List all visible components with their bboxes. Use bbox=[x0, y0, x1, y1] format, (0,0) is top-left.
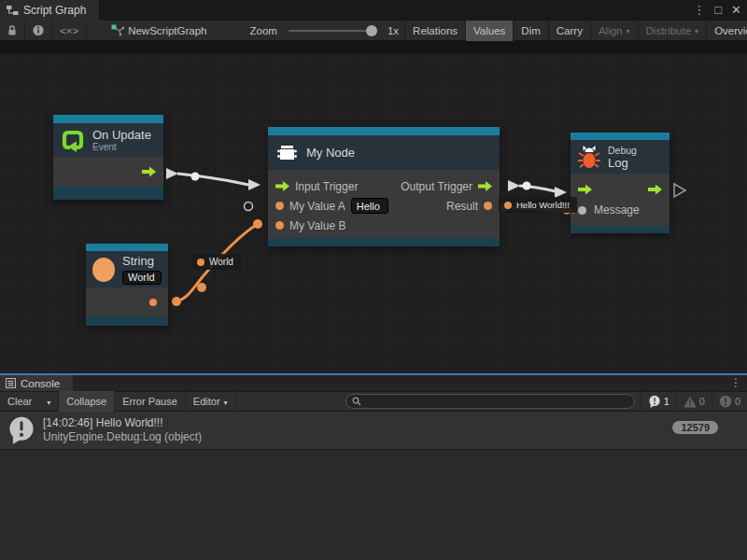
chevron-down-icon: ▾ bbox=[695, 27, 698, 35]
log-count-toggle[interactable]: 1 bbox=[641, 391, 676, 412]
value-a-input[interactable] bbox=[351, 198, 388, 214]
error-pause-button[interactable]: Error Pause bbox=[115, 391, 186, 412]
node-body bbox=[86, 287, 168, 316]
message-port[interactable] bbox=[578, 206, 586, 215]
log-entry-row[interactable]: [14:02:46] Hello World!!! UnityEngine.De… bbox=[0, 412, 747, 450]
maximize-icon[interactable]: □ bbox=[714, 2, 722, 19]
flow-input-port[interactable] bbox=[578, 185, 592, 195]
node-footer bbox=[53, 187, 163, 200]
console-tabbar: Console ⋮ bbox=[0, 375, 747, 391]
node-header: On Update Event bbox=[53, 123, 163, 157]
tab-console[interactable]: Console bbox=[0, 375, 73, 391]
empty-socket-circle[interactable] bbox=[245, 203, 253, 211]
node-body bbox=[53, 157, 163, 187]
console-search-input[interactable] bbox=[365, 395, 628, 408]
node-title-bar bbox=[268, 127, 500, 135]
lock-button[interactable] bbox=[0, 21, 24, 41]
wire-midpoint-dot[interactable] bbox=[191, 173, 200, 181]
window-menu-icon[interactable]: ⋮ bbox=[693, 2, 705, 19]
flow-output-port[interactable] bbox=[142, 167, 156, 177]
string-output-port[interactable] bbox=[149, 299, 157, 306]
value-b-port[interactable] bbox=[275, 221, 284, 230]
editor-dropdown-button[interactable]: Editor ▾ bbox=[186, 391, 236, 412]
node-on-update[interactable]: On Update Event bbox=[53, 115, 163, 200]
output-trigger-port[interactable] bbox=[478, 181, 492, 191]
zoom-control: Zoom 1x bbox=[243, 21, 400, 41]
align-button[interactable]: Align ▾ bbox=[591, 21, 638, 41]
carry-button[interactable]: Carry bbox=[549, 21, 590, 41]
collapse-button[interactable]: Collapse bbox=[59, 391, 115, 412]
wire-value-text: World bbox=[209, 257, 233, 267]
node-footer bbox=[571, 226, 669, 233]
values-button[interactable]: Values bbox=[466, 21, 513, 41]
relations-button[interactable]: Relations bbox=[405, 21, 465, 41]
wire-value-label-helloworld: Hello World!!! bbox=[499, 197, 577, 213]
value-dot-icon bbox=[197, 259, 204, 266]
chevron-down-icon: ▾ bbox=[627, 27, 630, 35]
log-entry-text: [14:02:46] Hello World!!! UnityEngine.De… bbox=[43, 416, 202, 444]
debug-bug-icon bbox=[578, 145, 600, 169]
node-my-node[interactable]: My Node Input Trigger Output Trigger bbox=[268, 127, 500, 246]
node-footer bbox=[86, 316, 168, 326]
wire-midpoint-dot[interactable] bbox=[197, 283, 206, 292]
code-view-button[interactable]: <×> bbox=[52, 21, 86, 41]
distribute-button[interactable]: Distribute ▾ bbox=[639, 21, 707, 41]
tab-script-graph[interactable]: Script Graph bbox=[0, 0, 99, 21]
empty-flow-triangle[interactable] bbox=[674, 184, 685, 197]
unit-box-icon bbox=[277, 144, 297, 162]
zoom-label: Zoom bbox=[250, 25, 277, 36]
clear-label: Clear bbox=[7, 396, 32, 407]
zoom-slider[interactable] bbox=[289, 30, 374, 32]
collapse-count-badge: 12579 bbox=[672, 421, 718, 434]
clear-dropdown-button[interactable]: ▾ bbox=[39, 391, 59, 412]
node-category: Debug bbox=[608, 145, 637, 156]
close-icon[interactable]: ✕ bbox=[731, 2, 741, 19]
console-log-list: [14:02:46] Hello World!!! UnityEngine.De… bbox=[0, 412, 747, 450]
error-circle-icon bbox=[719, 395, 732, 408]
carry-label: Carry bbox=[557, 25, 583, 36]
window-controls: ⋮ □ ✕ bbox=[693, 2, 741, 19]
wire-arrowhead bbox=[508, 180, 520, 191]
log-bubble-icon bbox=[7, 415, 35, 445]
error-pause-label: Error Pause bbox=[122, 396, 177, 407]
warning-triangle-icon bbox=[684, 396, 697, 408]
graph-asset-icon bbox=[111, 24, 124, 36]
align-label: Align bbox=[599, 25, 623, 36]
toolbar-divider bbox=[86, 21, 87, 41]
wire-flow-onupdate-mynode[interactable] bbox=[177, 174, 248, 185]
graph-name-label: NewScriptGraph bbox=[128, 25, 206, 36]
value-a-port[interactable] bbox=[275, 202, 284, 210]
node-string[interactable]: String bbox=[86, 244, 168, 326]
value-a-label: My Value A bbox=[289, 200, 345, 213]
input-trigger-port[interactable] bbox=[275, 181, 289, 191]
node-debug-log[interactable]: Debug Log Message bbox=[571, 133, 669, 233]
string-literal-icon bbox=[92, 258, 115, 282]
result-port[interactable] bbox=[484, 202, 492, 210]
string-value-input[interactable] bbox=[122, 271, 162, 285]
graph-name-button[interactable]: NewScriptGraph bbox=[104, 21, 214, 41]
tab-console-label: Console bbox=[21, 378, 60, 389]
overview-button[interactable]: Overview bbox=[707, 21, 747, 41]
unity-window: Script Graph ⋮ □ ✕ <×> bbox=[0, 0, 747, 560]
error-count-toggle[interactable]: 0 bbox=[712, 391, 747, 412]
node-header: Debug Log bbox=[571, 140, 669, 174]
console-search[interactable] bbox=[345, 394, 635, 409]
warning-count-toggle[interactable]: 0 bbox=[676, 391, 712, 412]
info-button[interactable] bbox=[25, 21, 51, 41]
editor-label: Editor bbox=[193, 396, 220, 407]
clear-button[interactable]: Clear bbox=[0, 391, 39, 412]
wire-flow-mynode-debuglog[interactable] bbox=[519, 186, 556, 191]
input-trigger-label: Input Trigger bbox=[295, 180, 358, 193]
flow-output-port[interactable] bbox=[648, 185, 662, 195]
dim-button[interactable]: Dim bbox=[514, 21, 547, 41]
zoom-slider-handle[interactable] bbox=[366, 25, 377, 36]
tab-script-graph-label: Script Graph bbox=[23, 4, 86, 17]
graph-canvas[interactable]: On Update Event My Node bbox=[0, 41, 747, 373]
overview-label: Overview bbox=[714, 25, 747, 36]
script-graph-icon bbox=[6, 4, 19, 17]
console-menu-icon[interactable]: ⋮ bbox=[730, 376, 741, 389]
wire-midpoint-dot[interactable] bbox=[523, 182, 531, 190]
code-icon: <×> bbox=[60, 25, 78, 36]
wire-endpoint-dot bbox=[172, 297, 181, 306]
wire-endpoint-dot bbox=[253, 219, 262, 229]
